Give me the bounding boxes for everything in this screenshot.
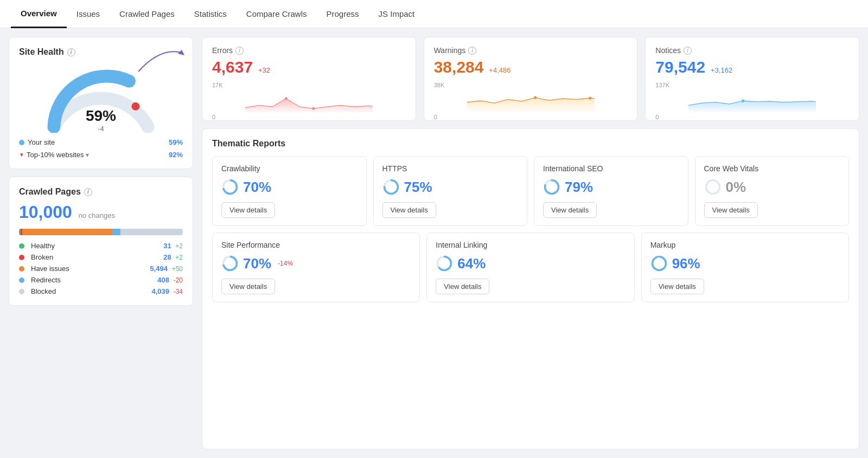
https-donut: [382, 178, 400, 196]
site-health-info-icon[interactable]: i: [67, 48, 75, 56]
crawled-pages-info-icon[interactable]: i: [84, 188, 92, 196]
nav-issues[interactable]: Issues: [67, 0, 110, 28]
left-panel: Site Health i 59% -4: [9, 37, 193, 449]
gauge-delta: -4: [86, 125, 116, 133]
top10-icon: ▼: [19, 152, 24, 158]
dot-issues: [19, 266, 24, 272]
https-percent: 75%: [404, 179, 432, 196]
dot-redirects: [19, 278, 24, 283]
site-performance-percent: 70%: [243, 255, 271, 272]
https-name: HTTPS: [382, 164, 519, 173]
internal-linking-view-button[interactable]: View details: [436, 279, 489, 294]
val-broken: 28: [163, 253, 171, 261]
core-web-vitals-donut: [704, 178, 722, 196]
label-issues: Have issues: [31, 265, 69, 273]
stat-broken: Broken 28 +2: [19, 253, 183, 261]
warnings-info-icon[interactable]: i: [468, 47, 476, 55]
legend-your-site: Your site 59%: [19, 138, 183, 146]
svg-point-3: [312, 107, 315, 110]
label-healthy: Healthy: [31, 242, 55, 250]
label-blocked: Blocked: [31, 287, 56, 295]
errors-label: Errors i: [212, 46, 406, 55]
dot-broken: [19, 255, 24, 260]
warnings-chart-min: 0: [434, 114, 437, 120]
nav-overview[interactable]: Overview: [11, 0, 67, 28]
your-site-label: Your site: [28, 138, 55, 146]
crawled-pages-label: Crawled Pages: [19, 187, 81, 197]
crawled-stats-list: Healthy 31 +2 Broken 28 +2: [19, 242, 183, 295]
core-web-vitals-score: 0%: [704, 178, 840, 196]
crawlability-view-button[interactable]: View details: [221, 202, 275, 218]
thematic-reports-card: Thematic Reports Crawlability 70% View d…: [202, 128, 859, 449]
errors-chart-max: 17K: [212, 82, 223, 88]
markup-view-button[interactable]: View details: [650, 279, 704, 294]
internal-linking-percent: 64%: [457, 255, 486, 272]
metrics-row: Errors i 4,637 +32 17K: [202, 37, 859, 121]
warnings-chart-max: 38K: [434, 82, 445, 88]
notices-label: Notices i: [655, 46, 849, 55]
crawled-progress-bar: [19, 229, 183, 235]
report-crawlability: Crawlability 70% View details: [212, 156, 367, 226]
core-web-vitals-name: Core Web Vitals: [704, 164, 840, 173]
warnings-chart-svg: [434, 89, 628, 112]
delta-blocked: -34: [174, 288, 183, 295]
delta-issues: +50: [172, 265, 183, 273]
top10-chevron[interactable]: ▾: [86, 151, 89, 159]
errors-delta: +32: [258, 66, 270, 74]
report-internal-linking: Internal Linking 64% View details: [426, 233, 634, 302]
bar-blocked: [120, 229, 183, 235]
report-https: HTTPS 75% View details: [373, 156, 528, 226]
stat-redirects: Redirects 408 -20: [19, 276, 183, 284]
notices-card: Notices i 79,542 +3,162 137K: [645, 37, 859, 121]
core-web-vitals-view-button[interactable]: View details: [704, 202, 758, 218]
val-blocked: 4,039: [151, 287, 169, 295]
dot-healthy: [19, 243, 24, 249]
https-view-button[interactable]: View details: [382, 202, 436, 218]
legend-top10: ▼ Top-10% websites ▾ 92%: [19, 151, 183, 159]
international-seo-name: International SEO: [543, 164, 679, 173]
svg-marker-0: [178, 50, 184, 55]
markup-percent: 96%: [672, 255, 700, 272]
warnings-label: Warnings i: [434, 46, 628, 55]
notices-info-icon[interactable]: i: [684, 47, 692, 55]
warnings-chart: 38K: [434, 82, 628, 112]
bar-issues: [22, 229, 112, 235]
international-seo-score: 79%: [543, 178, 679, 196]
nav-progress[interactable]: Progress: [317, 0, 369, 28]
svg-point-1: [131, 102, 139, 111]
your-site-dot: [19, 140, 24, 145]
navigation: Overview Issues Crawled Pages Statistics…: [0, 0, 868, 28]
stat-healthy: Healthy 31 +2: [19, 242, 183, 250]
report-core-web-vitals: Core Web Vitals 0% View details: [695, 156, 850, 226]
stat-have-issues: Have issues 5,494 +50: [19, 265, 183, 273]
crawlability-donut: [221, 178, 239, 196]
crawled-label: no changes: [79, 211, 115, 220]
reports-title: Thematic Reports: [212, 139, 849, 149]
dot-blocked: [19, 289, 24, 294]
international-seo-percent: 79%: [565, 179, 593, 196]
errors-chart-svg: [212, 89, 406, 112]
warnings-delta: +4,486: [489, 66, 510, 74]
nav-crawled-pages[interactable]: Crawled Pages: [110, 0, 184, 28]
warnings-card: Warnings i 38,284 +4,486 38K: [424, 37, 638, 121]
international-seo-donut: [543, 178, 560, 196]
errors-info-icon[interactable]: i: [235, 47, 244, 55]
report-site-performance: Site Performance 70% -14% View details: [212, 233, 420, 302]
your-site-value: 59%: [169, 138, 183, 146]
site-performance-delta: -14%: [278, 260, 293, 267]
bar-redirects: [112, 229, 120, 235]
internal-linking-score: 64%: [436, 255, 625, 272]
international-seo-view-button[interactable]: View details: [543, 202, 597, 218]
nav-js-impact[interactable]: JS Impact: [369, 0, 425, 28]
nav-statistics[interactable]: Statistics: [184, 0, 237, 28]
svg-point-2: [285, 97, 288, 100]
reports-top-grid: Crawlability 70% View details HTTPS: [212, 156, 849, 226]
https-score: 75%: [382, 178, 519, 196]
notices-chart-svg: [655, 89, 849, 112]
site-performance-view-button[interactable]: View details: [221, 279, 275, 294]
label-redirects: Redirects: [31, 276, 61, 284]
gauge-center-text: 59% -4: [86, 107, 116, 133]
val-healthy: 31: [163, 242, 171, 250]
nav-compare-crawls[interactable]: Compare Crawls: [237, 0, 317, 28]
warnings-value: 38,284: [434, 58, 484, 76]
